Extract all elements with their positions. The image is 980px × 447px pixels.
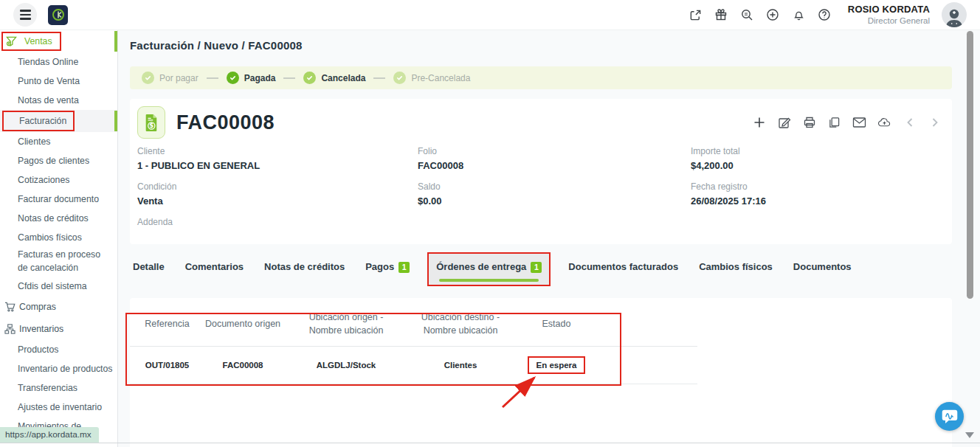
chevron-left-icon[interactable] — [903, 116, 917, 130]
field-fecha-registro: Fecha registro 26/08/2025 17:16 — [691, 181, 942, 207]
hamburger-icon — [20, 10, 31, 19]
tab-ordenes-de-entrega[interactable]: Órdenes de entrega1 — [429, 254, 549, 285]
scrollbar-down-arrow[interactable] — [965, 432, 974, 438]
status-step-pre-cancelada: Pre-Cancelada — [393, 72, 470, 84]
gift-icon[interactable] — [714, 8, 728, 22]
chevron-right-icon[interactable] — [928, 116, 942, 130]
sidebar-item-pagos-de-clientes[interactable]: Pagos de clientes — [0, 151, 117, 170]
status-badge: En espera — [536, 361, 577, 370]
orders-table: Referencia Documento origen Ubicación or… — [130, 301, 697, 384]
sidebar-item-tiendas-online[interactable]: Tiendas Online — [0, 52, 117, 72]
sidebar-item-label: Ventas — [24, 36, 52, 46]
sidebar-item-facturas-en-proceso[interactable]: Facturas en proceso de cancelación — [0, 247, 117, 277]
kordata-logo-icon — [52, 8, 65, 21]
app-logo[interactable] — [48, 5, 68, 25]
cell-referencia: OUT/01805 — [136, 361, 199, 370]
topbar: ROSIO KORDATA Director General — [0, 0, 980, 30]
sidebar-item-productos[interactable]: Productos — [0, 340, 117, 359]
step-separator — [283, 77, 295, 79]
document-title: FAC00008 — [176, 111, 275, 134]
sidebar-item-transferencias[interactable]: Transferencias — [0, 378, 117, 398]
check-icon — [303, 72, 316, 84]
cloud-upload-icon[interactable] — [877, 116, 891, 130]
field-condicion: Condición Venta — [137, 181, 418, 207]
sidebar-item-ajustes-de-inventario[interactable]: Ajustes de inventario — [0, 398, 117, 417]
sales-funnel-icon — [6, 36, 17, 46]
tab-comentarios[interactable]: Comentarios — [184, 254, 245, 284]
sidebar-item-notas-de-creditos[interactable]: Notas de créditos — [0, 209, 117, 228]
print-icon[interactable] — [802, 116, 816, 130]
user-block[interactable]: ROSIO KORDATA Director General — [848, 4, 930, 27]
cell-documento-origen: FAC00008 — [199, 361, 287, 370]
check-icon — [142, 72, 154, 84]
annotation-box-ventas: Ventas — [1, 32, 61, 51]
status-steps-bar: Por pagar Pagada Cancelada Pre-Cancelada — [130, 66, 952, 89]
vertical-scrollbar[interactable] — [967, 31, 973, 299]
active-indicator — [114, 111, 117, 131]
field-importe-total: Importe total $4,200.00 — [691, 146, 942, 171]
step-separator — [373, 77, 385, 79]
user-role: Director General — [848, 15, 930, 26]
sitemap-icon — [4, 324, 15, 334]
column-header-estado: Estado — [516, 317, 597, 330]
edit-icon[interactable] — [777, 116, 791, 130]
cart-icon — [4, 302, 15, 312]
annotation-box-facturacion: Facturación — [2, 111, 75, 131]
sidebar-item-cotizaciones[interactable]: Cotizaciones — [0, 170, 117, 190]
sidebar-item-facturar-documento[interactable]: Facturar documento — [0, 190, 117, 209]
add-icon[interactable] — [752, 116, 766, 130]
email-icon[interactable] — [852, 116, 866, 130]
status-step-pagada: Pagada — [227, 72, 276, 84]
topbar-actions: ROSIO KORDATA Director General — [689, 2, 967, 27]
sidebar-item-cfdis-del-sistema[interactable]: Cfdis del sistema — [0, 277, 117, 296]
check-icon — [227, 72, 239, 84]
copy-icon[interactable] — [827, 116, 841, 130]
tabs-row: Detalle Comentarios Notas de créditos Pa… — [130, 254, 952, 285]
tab-detalle[interactable]: Detalle — [131, 254, 166, 284]
sidebar-item-punto-de-venta[interactable]: Punto de Venta — [0, 72, 117, 91]
cell-ubicacion-origen: ALGDLJ/Stock — [287, 361, 405, 370]
tab-documentos-facturados[interactable]: Documentos facturados — [567, 254, 680, 284]
zoom-search-icon[interactable] — [740, 8, 754, 22]
hamburger-menu-button[interactable] — [13, 3, 37, 27]
tab-notas-de-creditos[interactable]: Notas de créditos — [263, 254, 346, 284]
active-tab-underline — [439, 279, 539, 282]
tab-pagos[interactable]: Pagos1 — [364, 254, 411, 285]
notifications-bell-icon[interactable] — [792, 8, 806, 22]
breadcrumb: Facturación / Nuevo / FAC00008 — [130, 39, 952, 52]
external-link-icon[interactable] — [689, 8, 703, 22]
field-addenda: Addenda — [137, 217, 418, 231]
column-header-ubicacion-origen: Ubicación origen - Nombre ubicación — [287, 311, 405, 337]
active-indicator — [114, 31, 117, 52]
cell-estado: En espera — [516, 356, 597, 374]
orders-table-card: Referencia Documento origen Ubicación or… — [130, 298, 952, 447]
tab-documentos[interactable]: Documentos — [792, 254, 853, 284]
document-actions — [752, 116, 942, 130]
tab-badge: 1 — [398, 262, 410, 273]
sidebar-item-inventario-de-productos[interactable]: Inventario de productos — [0, 359, 117, 378]
sidebar-item-cambios-fisicos[interactable]: Cambios físicos — [0, 228, 117, 247]
cell-ubicacion-destino: Clientes — [405, 361, 516, 370]
sidebar-item-notas-de-venta[interactable]: Notas de venta — [0, 91, 117, 110]
help-icon[interactable] — [818, 8, 832, 22]
field-saldo: Saldo $0.00 — [418, 181, 691, 207]
sidebar-item-inventarios[interactable]: Inventarios — [0, 318, 117, 340]
check-icon — [393, 72, 406, 84]
table-row[interactable]: OUT/01805 FAC00008 ALGDLJ/Stock Clientes… — [130, 347, 697, 384]
sidebar-item-clientes[interactable]: Clientes — [0, 132, 117, 151]
field-cliente: Cliente 1 - PUBLICO EN GENERAL — [137, 146, 418, 171]
tab-cambios-fisicos[interactable]: Cambios físicos — [697, 254, 774, 284]
sidebar-item-facturacion[interactable]: Facturación — [0, 110, 117, 132]
column-header-referencia: Referencia — [136, 317, 199, 330]
status-step-cancelada: Cancelada — [303, 72, 365, 84]
add-circle-icon[interactable] — [766, 8, 780, 22]
chat-widget-button[interactable] — [935, 402, 964, 431]
step-separator — [207, 77, 218, 79]
sidebar: Ventas Tiendas Online Punto de Venta Not… — [0, 30, 118, 447]
avatar-person-icon — [943, 7, 965, 27]
sidebar-item-compras[interactable]: Compras — [0, 296, 117, 318]
user-avatar[interactable] — [942, 2, 967, 27]
invoice-document-icon: $ — [137, 106, 165, 139]
field-folio: Folio FAC00008 — [418, 146, 691, 171]
sidebar-item-ventas[interactable]: Ventas — [0, 30, 117, 52]
